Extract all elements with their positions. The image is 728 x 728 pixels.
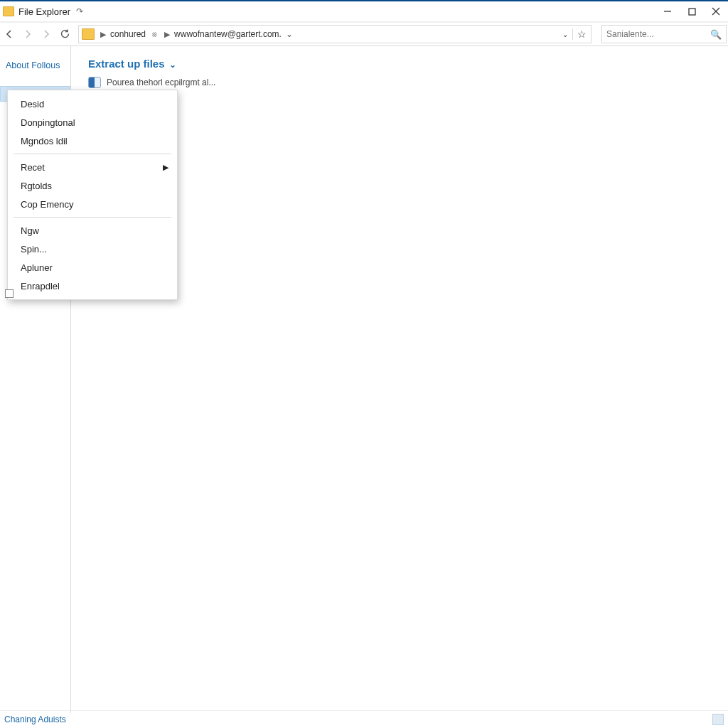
favorite-star-icon[interactable]: ☆	[572, 28, 591, 40]
content-heading-label: Extract up files	[88, 58, 165, 70]
back-button[interactable]	[1, 26, 17, 42]
content-item-1[interactable]: Pourea thehorl ecpilrgmt al...	[71, 70, 728, 88]
svg-rect-1	[689, 9, 695, 15]
search-icon[interactable]: 🔍	[706, 29, 726, 40]
breadcrumb-item-1[interactable]: conhured	[109, 29, 147, 39]
search-input[interactable]	[602, 29, 706, 39]
status-bar: Chaning Aduists	[0, 710, 728, 728]
context-menu-item-label: Recet	[21, 162, 45, 173]
folder-icon	[82, 28, 95, 40]
refresh-button[interactable]	[57, 26, 73, 42]
recent-dropdown-button[interactable]	[38, 26, 54, 42]
context-menu-item[interactable]: Cop Emency	[8, 195, 177, 213]
context-menu-item[interactable]: Recet▶	[8, 158, 177, 176]
title-glyph-icon: ↷	[76, 6, 83, 16]
address-history-dropdown[interactable]: ⌄	[558, 31, 572, 38]
context-menu-item-label: Donpingtonal	[21, 117, 75, 128]
minimize-button[interactable]	[655, 1, 680, 21]
content-item-1-label: Pourea thehorl ecpilrgmt al...	[107, 77, 215, 87]
context-menu-item[interactable]: Rgtolds	[8, 176, 177, 195]
title-bar: File Explorer ↷	[0, 1, 728, 22]
navigation-bar: ▶ conhured ⨳ ▶ wwwofnantew@gartert.com. …	[0, 22, 728, 46]
context-menu-divider	[14, 154, 171, 154]
status-text: Chaning Aduists	[4, 714, 66, 724]
breadcrumb-sep-icon: ▶	[161, 30, 173, 39]
maximize-button[interactable]	[680, 1, 704, 21]
context-menu-item[interactable]: Donpingtonal	[8, 113, 177, 132]
context-menu: Desid Donpingtonal Mgndos ldil Recet▶ Rg…	[7, 90, 178, 300]
breadcrumb-glyph-icon: ⨳	[147, 29, 161, 39]
context-menu-item[interactable]: Spin...	[8, 240, 177, 258]
context-menu-checkbox[interactable]	[5, 289, 14, 298]
context-menu-divider	[14, 217, 171, 218]
context-menu-item-label: Rgtolds	[21, 181, 52, 191]
close-button[interactable]	[704, 1, 728, 21]
toggle-icon[interactable]	[88, 77, 101, 88]
context-menu-item[interactable]: Apluner	[8, 258, 177, 277]
submenu-arrow-icon: ▶	[163, 163, 168, 172]
chevron-down-icon: ⌄	[169, 60, 176, 70]
context-menu-item-label: Ngw	[21, 225, 39, 236]
context-menu-item-label: Apluner	[21, 262, 53, 273]
status-view-tile-icon[interactable]	[712, 714, 724, 725]
context-menu-item[interactable]: Ngw	[8, 221, 177, 240]
window-title: File Explorer	[18, 6, 70, 17]
content-heading[interactable]: Extract up files ⌄	[71, 58, 728, 70]
context-menu-item-label: Cop Emency	[21, 199, 73, 210]
search-box[interactable]: 🔍	[601, 25, 727, 43]
breadcrumb-sep-icon: ▶	[97, 30, 109, 39]
context-menu-item-label: Spin...	[21, 244, 47, 255]
context-menu-item[interactable]: Desid	[8, 95, 177, 113]
context-menu-item-label: Enrapdlel	[21, 281, 60, 291]
address-bar[interactable]: ▶ conhured ⨳ ▶ wwwofnantew@gartert.com. …	[78, 25, 592, 43]
context-menu-item[interactable]: Mgndos ldil	[8, 132, 177, 150]
forward-button[interactable]	[20, 26, 36, 42]
breadcrumb-item-2[interactable]: wwwofnantew@gartert.com.	[173, 29, 283, 39]
sidebar-section-about[interactable]: About Follous	[0, 58, 70, 73]
context-menu-item[interactable]: Enrapdlel	[8, 277, 177, 295]
breadcrumb-dropdown-icon[interactable]: ⌄	[283, 29, 296, 39]
context-menu-item-label: Desid	[21, 99, 44, 109]
folder-icon	[3, 6, 14, 16]
context-menu-item-label: Mgndos ldil	[21, 136, 68, 146]
